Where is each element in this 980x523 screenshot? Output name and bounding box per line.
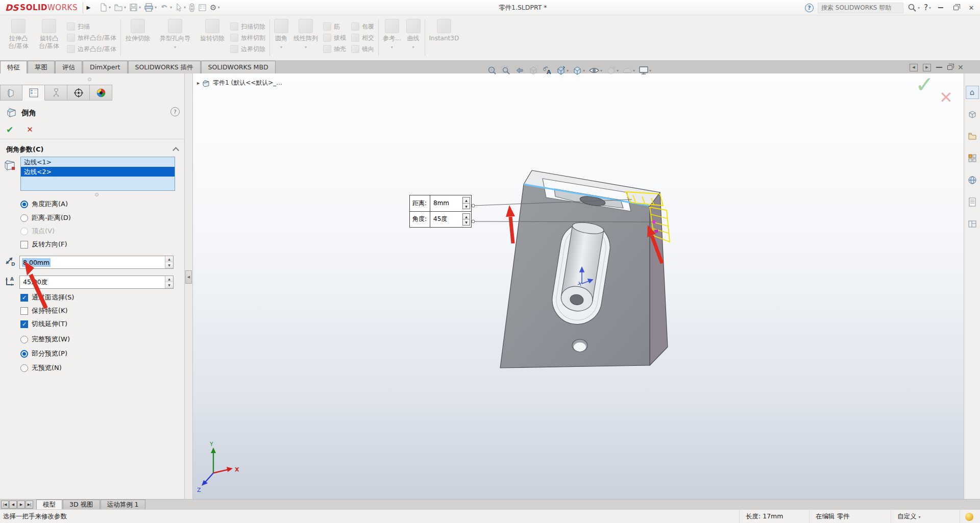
dropdown-arrow-icon[interactable]: ▾ <box>918 515 920 519</box>
close-button[interactable]: ✕ <box>966 3 977 13</box>
mirror-button[interactable]: 镜向 <box>351 44 374 54</box>
dimxpert-manager-tab[interactable] <box>67 85 90 101</box>
checkbox-checked[interactable]: ✓ <box>20 294 28 302</box>
confirm-ok-watermark-icon[interactable]: ✓ <box>915 73 934 97</box>
doc-restore-icon[interactable] <box>947 65 952 70</box>
loft-cut-button[interactable]: 放样切割 <box>230 33 265 43</box>
loft-button[interactable]: 放样凸台/基体 <box>67 33 116 43</box>
task-pane-design-library-button[interactable] <box>966 108 979 121</box>
display-style-button[interactable]: ▾ <box>571 64 586 77</box>
restore-button[interactable] <box>950 3 962 13</box>
property-manager-tab[interactable] <box>22 85 45 101</box>
tree-flyout-arrow-icon[interactable]: ▸ <box>197 80 200 86</box>
chamfer-angle-field[interactable]: 45.00度 ▲▼ <box>19 276 174 289</box>
task-pane-appearances-button[interactable] <box>966 173 979 187</box>
new-document-button[interactable]: ▾ <box>98 2 112 14</box>
select-button[interactable]: ▾ <box>174 2 187 14</box>
dropdown-arrow-icon[interactable]: ▾ <box>217 5 219 10</box>
task-pane-file-explorer-button[interactable] <box>966 130 979 143</box>
next-tab-button[interactable]: ▶ <box>17 501 25 509</box>
tab-solidworks-mbd[interactable]: SOLIDWORKS MBD <box>201 61 276 73</box>
revolve-cut-button[interactable]: 旋转切除 <box>197 16 228 59</box>
spin-down-icon[interactable]: ▼ <box>165 262 173 268</box>
pm-cancel-button[interactable]: ✕ <box>27 125 33 134</box>
breadcrumb-text[interactable]: 零件1 (默认<<默认>_... <box>213 79 282 87</box>
help-menu-button[interactable]: ?▾ <box>924 3 931 12</box>
view-settings-button[interactable]: ▾ <box>638 64 652 77</box>
undo-button[interactable]: ▾ <box>159 2 173 14</box>
panel-resize-grip[interactable] <box>88 78 91 81</box>
previous-view-button[interactable] <box>513 64 526 77</box>
callout-distance-spinner[interactable]: ▲▼ <box>462 197 470 209</box>
shell-button[interactable]: 抽壳 <box>323 44 346 54</box>
pm-ok-button[interactable]: ✔ <box>6 124 13 135</box>
sweep-button[interactable]: 扫描 <box>67 22 116 32</box>
checkbox-checked[interactable]: ✓ <box>20 320 28 328</box>
radio-no-preview[interactable]: 无预览(N) <box>20 363 62 372</box>
save-button[interactable]: ▾ <box>128 2 142 14</box>
zoom-to-fit-button[interactable] <box>486 64 498 77</box>
pm-help-button[interactable]: ? <box>170 107 180 116</box>
distance-spinner[interactable]: ▲▼ <box>165 256 173 268</box>
radio-button-checked[interactable] <box>20 201 28 208</box>
zoom-to-area-button[interactable] <box>500 64 512 77</box>
collapse-chevron-icon[interactable] <box>173 147 179 154</box>
wrap-button[interactable]: 包覆 <box>351 22 374 32</box>
task-pane-view-palette-button[interactable] <box>966 152 979 165</box>
radio-button[interactable] <box>20 336 28 343</box>
panel-splitter[interactable]: ◀ <box>185 73 193 499</box>
checkbox-unchecked[interactable] <box>20 307 28 315</box>
check-select-through-faces[interactable]: ✓ 通过面选择(S) <box>20 293 74 302</box>
status-units-selector[interactable]: 自定义 ▾ <box>891 510 949 523</box>
curves-button[interactable]: 曲线 ▾ <box>404 16 423 59</box>
boundary-boss-button[interactable]: 边界凸台/基体 <box>67 44 116 54</box>
task-pane-forum-button[interactable] <box>966 217 979 231</box>
radio-angle-distance[interactable]: 角度距离(A) <box>20 200 68 209</box>
callout-angle-spinner[interactable]: ▲▼ <box>462 213 470 226</box>
reference-geometry-button[interactable]: 参考... ▾ <box>380 16 403 59</box>
print-button[interactable]: ▾ <box>143 2 158 14</box>
tab-features[interactable]: 特征 <box>0 61 27 73</box>
configuration-manager-tab[interactable] <box>45 85 67 101</box>
spin-down-icon[interactable]: ▼ <box>463 204 470 209</box>
dropdown-arrow-icon[interactable]: ▾ <box>617 68 619 73</box>
quick-tips-ball-icon[interactable] <box>965 513 973 521</box>
feature-manager-tree-tab[interactable] <box>0 85 22 101</box>
instant3d-button[interactable]: Instant3D <box>427 16 462 59</box>
distance-value[interactable]: 8.00mm <box>22 258 51 267</box>
file-properties-button[interactable] <box>197 2 208 14</box>
check-keep-features[interactable]: 保持特征(K) <box>20 306 68 315</box>
last-tab-button[interactable]: ▶| <box>26 501 33 509</box>
dropdown-arrow-icon[interactable]: ▾ <box>139 5 141 10</box>
radio-full-preview[interactable]: 完整预览(W) <box>20 335 70 344</box>
sweep-cut-button[interactable]: 扫描切除 <box>230 22 265 32</box>
view-orientation-button[interactable]: ▾ <box>555 64 570 77</box>
selection-list-resize-grip[interactable] <box>95 193 99 196</box>
spin-down-icon[interactable]: ▼ <box>463 219 470 225</box>
doc-minimize-icon[interactable] <box>936 67 942 68</box>
tab-evaluate[interactable]: 评估 <box>55 61 82 73</box>
hide-show-items-button[interactable]: ▾ <box>587 64 603 77</box>
check-tangent-propagation[interactable]: ✓ 切线延伸(T) <box>20 319 67 329</box>
dropdown-arrow-icon[interactable]: ▾ <box>305 43 307 51</box>
dropdown-arrow-icon[interactable]: ▾ <box>918 6 920 10</box>
3d-views-tab[interactable]: 3D 视图 <box>63 500 100 509</box>
dropdown-arrow-icon[interactable]: ▾ <box>280 43 282 51</box>
dropdown-arrow-icon[interactable]: ▾ <box>184 5 186 10</box>
boundary-cut-button[interactable]: 边界切除 <box>230 44 265 54</box>
part-model[interactable] <box>500 170 668 368</box>
chamfer-edge-selection-list[interactable]: 边线<1> 边线<2> <box>20 157 175 191</box>
revolve-boss-button[interactable]: 旋转凸台/基体 <box>34 16 64 59</box>
fillet-button[interactable]: 圆角 ▾ <box>272 16 291 59</box>
confirm-cancel-watermark-icon[interactable]: ✕ <box>939 88 953 107</box>
extrude-cut-button[interactable]: 拉伸切除 <box>122 16 153 59</box>
linear-pattern-button[interactable]: 线性阵列 ▾ <box>291 16 321 59</box>
radio-button-checked[interactable] <box>20 350 28 358</box>
selection-list-item-selected[interactable]: 边线<2> <box>21 167 175 177</box>
open-button[interactable]: ▾ <box>113 2 127 14</box>
spin-up-icon[interactable]: ▲ <box>463 197 470 204</box>
draft-button[interactable]: 拔模 <box>323 33 346 43</box>
dropdown-arrow-icon[interactable]: ▾ <box>600 68 602 73</box>
extrude-boss-button[interactable]: 拉伸凸台/基体 <box>3 16 34 59</box>
rebuild-button[interactable] <box>188 2 196 14</box>
